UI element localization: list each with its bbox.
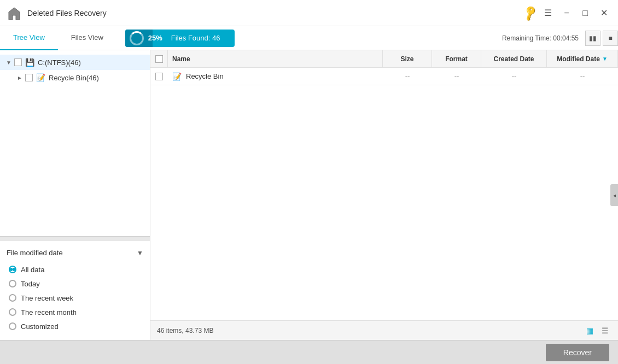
progress-area: 25% Files Found: 46 — [116, 30, 502, 47]
close-button[interactable]: ✕ — [596, 5, 611, 21]
menu-button[interactable]: ☰ — [540, 5, 556, 21]
radio-label-month: The recent month — [21, 308, 77, 316]
view-toggle-buttons: ▮▮ ■ — [585, 31, 618, 46]
table-header: Name Size Format Created Date Modified D… — [150, 50, 618, 68]
radio-btn-customized[interactable] — [9, 322, 16, 330]
side-arrow[interactable]: ◂ — [610, 184, 618, 206]
status-text: 46 items, 43.73 MB — [157, 327, 213, 334]
th-name[interactable]: Name — [168, 50, 383, 67]
tree-label-recycle: Recycle Bin(46) — [49, 74, 99, 82]
th-created-date[interactable]: Created Date — [481, 50, 547, 67]
app-icon — [7, 5, 22, 21]
content-area: ▼ 💾 C:(NTFS)(46) ► 📝 Recycle Bin(46) — [0, 50, 618, 340]
remaining-time: Remaining Time: 00:04:55 — [502, 34, 579, 42]
td-checkbox[interactable] — [150, 68, 168, 85]
maximize-button[interactable]: □ — [578, 5, 593, 21]
radio-label-all: All data — [21, 266, 44, 274]
progress-bar: 25% Files Found: 46 — [125, 30, 235, 47]
radio-btn-week[interactable] — [9, 294, 16, 302]
header-checkbox[interactable] — [155, 55, 163, 63]
radio-btn-today[interactable] — [9, 280, 16, 287]
right-panel: Name Size Format Created Date Modified D… — [150, 50, 618, 340]
tree-checkbox-recycle[interactable] — [25, 74, 33, 81]
sort-arrow-icon: ▼ — [602, 56, 608, 62]
filter-header[interactable]: File modified date ▼ — [7, 245, 143, 260]
td-format: -- — [432, 68, 481, 85]
radio-recent-week[interactable]: The recent week — [7, 291, 143, 305]
grid-view-button[interactable]: ▦ — [583, 324, 596, 337]
stop-button[interactable]: ■ — [603, 31, 618, 46]
title-bar: Deleted Files Recovery 🔑 ☰ − □ ✕ — [0, 0, 618, 26]
th-size[interactable]: Size — [383, 50, 432, 67]
recover-button[interactable]: Recover — [546, 344, 609, 361]
radio-label-today: Today — [21, 280, 40, 288]
window-controls: 🔑 ☰ − □ ✕ — [523, 5, 611, 21]
recycle-bin-icon: 📝 — [172, 72, 182, 81]
th-modified-date[interactable]: Modified Date ▼ — [547, 50, 618, 67]
radio-label-customized: Customized — [21, 322, 59, 331]
td-modified: -- — [547, 68, 618, 85]
tab-tree-view[interactable]: Tree View — [0, 26, 58, 50]
filter-panel: File modified date ▼ All data Today The … — [0, 240, 150, 340]
key-icon: 🔑 — [521, 4, 540, 22]
radio-recent-month[interactable]: The recent month — [7, 305, 143, 319]
th-format[interactable]: Format — [432, 50, 481, 67]
radio-label-week: The recent week — [21, 294, 73, 302]
status-bar: 46 items, 43.73 MB ▦ ☰ — [150, 320, 618, 340]
pause-button[interactable]: ▮▮ — [585, 31, 600, 46]
td-size: -- — [383, 68, 432, 85]
minimize-button[interactable]: − — [559, 5, 574, 21]
view-mode-buttons: ▦ ☰ — [583, 324, 611, 337]
filter-arrow-icon: ▼ — [137, 249, 143, 257]
radio-btn-month[interactable] — [9, 308, 16, 316]
progress-percent: 25% — [148, 34, 162, 42]
table-row[interactable]: 📝 Recycle Bin -- -- -- -- — [150, 68, 618, 85]
radio-today[interactable]: Today — [7, 277, 143, 291]
tab-bar: Tree View Files View 25% Files Found: 46… — [0, 26, 618, 50]
th-checkbox[interactable] — [150, 50, 168, 67]
tree-checkbox-c[interactable] — [14, 58, 22, 66]
filter-title: File modified date — [7, 249, 63, 257]
tree-view-panel: ▼ 💾 C:(NTFS)(46) ► 📝 Recycle Bin(46) — [0, 50, 150, 236]
radio-customized[interactable]: Customized — [7, 319, 143, 333]
tree-item-c-drive[interactable]: ▼ 💾 C:(NTFS)(46) — [0, 55, 150, 70]
recycle-icon: 📝 — [36, 73, 45, 82]
file-table: Name Size Format Created Date Modified D… — [150, 50, 618, 320]
list-view-button[interactable]: ☰ — [598, 324, 611, 337]
tab-files-view[interactable]: Files View — [58, 26, 116, 50]
tree-item-recycle-bin[interactable]: ► 📝 Recycle Bin(46) — [0, 70, 150, 85]
tree-label-c: C:(NTFS)(46) — [38, 58, 81, 67]
tree-toggle-c[interactable]: ▼ — [4, 58, 13, 67]
panel-divider — [0, 236, 150, 240]
tree-toggle-recycle[interactable]: ► — [15, 73, 24, 82]
files-found-label: Files Found: 46 — [171, 34, 220, 42]
app-title: Deleted Files Recovery — [27, 9, 523, 17]
main-layout: Tree View Files View 25% Files Found: 46… — [0, 26, 618, 364]
footer: Recover — [0, 340, 618, 364]
progress-spinner — [130, 31, 144, 45]
row-checkbox[interactable] — [155, 73, 163, 80]
svg-marker-0 — [9, 8, 20, 20]
drive-icon: 💾 — [25, 58, 34, 67]
filter-options: All data Today The recent week The recen… — [7, 260, 143, 336]
td-name: 📝 Recycle Bin — [168, 68, 383, 85]
td-created: -- — [481, 68, 547, 85]
radio-btn-all[interactable] — [9, 266, 16, 273]
radio-all-data[interactable]: All data — [7, 262, 143, 277]
left-panel: ▼ 💾 C:(NTFS)(46) ► 📝 Recycle Bin(46) — [0, 50, 150, 340]
